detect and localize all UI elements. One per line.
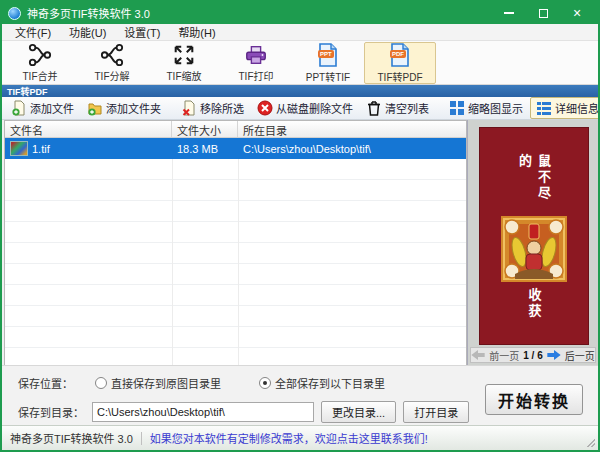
close-icon: × bbox=[573, 6, 581, 20]
menu-help[interactable]: 帮助(H) bbox=[169, 24, 224, 40]
section-title: TIF转PDF bbox=[7, 85, 48, 98]
toolbar-label: TIF打印 bbox=[239, 68, 274, 83]
button-label: 添加文件 bbox=[30, 100, 74, 116]
section-header: TIF转PDF bbox=[2, 85, 598, 97]
open-dir-button[interactable]: 打开目录 bbox=[403, 401, 469, 423]
add-file-icon bbox=[11, 100, 27, 116]
toolbar-label: TIF合并 bbox=[23, 68, 58, 83]
preview-bottom-caption: 收获 bbox=[525, 288, 544, 320]
delete-from-disk-button[interactable]: 从磁盘删除文件 bbox=[251, 97, 359, 119]
scale-icon bbox=[171, 43, 197, 67]
column-divider bbox=[238, 159, 239, 365]
radio-checked-icon bbox=[259, 377, 271, 389]
main-area: 文件名 文件大小 所在目录 1.tif 18.3 MB C:\Users\zho… bbox=[2, 120, 598, 365]
toolbar-label: TIF转PDF bbox=[378, 69, 423, 84]
preview-image: 鼠不尽的 收获 bbox=[479, 127, 589, 345]
pdf-document-icon: PDF bbox=[387, 42, 413, 68]
resize-grip[interactable] bbox=[587, 439, 595, 447]
file-toolbar: 添加文件 添加文件夹 移除所选 从磁盘删除文件 bbox=[2, 97, 598, 120]
button-label: 添加文件夹 bbox=[106, 100, 161, 116]
app-window: 神奇多页TIF转换软件 3.0 × 文件(F) 功能(U) 设置(T) 帮助(H… bbox=[0, 0, 600, 452]
menubar: 文件(F) 功能(U) 设置(T) 帮助(H) bbox=[2, 24, 598, 41]
maximize-icon bbox=[539, 9, 548, 18]
toolbar-button-tif-to-pdf[interactable]: PDF TIF转PDF bbox=[364, 42, 436, 84]
toolbar-button-tif-print[interactable]: TIF打印 bbox=[220, 42, 292, 84]
button-label: 从磁盘删除文件 bbox=[276, 100, 353, 116]
details-list-icon bbox=[536, 100, 552, 116]
preview-artwork bbox=[501, 216, 567, 282]
maximize-button[interactable] bbox=[536, 6, 550, 20]
save-option-original-dir[interactable]: 直接保存到原图目录里 bbox=[95, 375, 221, 391]
toolbar-button-tif-scale[interactable]: TIF缩放 bbox=[148, 42, 220, 84]
page-navigation: 前一页 1 / 6 后一页 bbox=[470, 347, 596, 363]
contact-link[interactable]: 如果您对本软件有定制修改需求，欢迎点击这里联系我们! bbox=[150, 430, 428, 446]
file-directory: C:\Users\zhou\Desktop\tif\ bbox=[238, 143, 466, 155]
details-view-button[interactable]: 详细信息显示 bbox=[530, 97, 600, 119]
radio-label: 全部保存到以下目录里 bbox=[275, 375, 385, 391]
toolbar-label: PPT转TIF bbox=[306, 69, 350, 84]
next-page-button[interactable]: 后一页 bbox=[565, 348, 595, 363]
remove-file-icon bbox=[181, 100, 197, 116]
prev-page-button[interactable]: 前一页 bbox=[489, 348, 519, 363]
titlebar[interactable]: 神奇多页TIF转换软件 3.0 × bbox=[2, 2, 598, 24]
toolbar-button-ppt-to-tif[interactable]: PPT PPT转TIF bbox=[292, 42, 364, 84]
thumbnail-view-button[interactable]: 缩略图显示 bbox=[443, 97, 529, 119]
menu-settings[interactable]: 设置(T) bbox=[115, 24, 169, 40]
button-label: 移除所选 bbox=[200, 100, 244, 116]
toolbar-button-tif-split[interactable]: TIF分解 bbox=[76, 42, 148, 84]
next-page-icon[interactable] bbox=[547, 350, 561, 360]
add-folder-icon bbox=[87, 100, 103, 116]
file-size: 18.3 MB bbox=[172, 143, 238, 155]
button-label: 详细信息显示 bbox=[555, 100, 600, 116]
menu-function[interactable]: 功能(U) bbox=[60, 24, 115, 40]
column-header-directory[interactable]: 所在目录 bbox=[238, 121, 466, 137]
save-dir-input[interactable] bbox=[92, 402, 314, 422]
minimize-button[interactable] bbox=[502, 6, 516, 20]
change-dir-button[interactable]: 更改目录... bbox=[321, 401, 396, 423]
table-header: 文件名 文件大小 所在目录 bbox=[5, 121, 466, 138]
merge-icon bbox=[27, 43, 53, 67]
statusbar-divider bbox=[141, 432, 142, 445]
split-icon bbox=[99, 43, 125, 67]
file-table: 文件名 文件大小 所在目录 1.tif 18.3 MB C:\Users\zho… bbox=[4, 120, 467, 365]
start-convert-button[interactable]: 开始转换 bbox=[485, 384, 583, 415]
remove-selected-button[interactable]: 移除所选 bbox=[175, 97, 250, 119]
file-name: 1.tif bbox=[32, 143, 50, 155]
radio-label: 直接保存到原图目录里 bbox=[111, 375, 221, 391]
statusbar: 神奇多页TIF转换软件 3.0 如果您对本软件有定制修改需求，欢迎点击这里联系我… bbox=[2, 425, 598, 450]
clear-list-button[interactable]: 清空列表 bbox=[360, 97, 435, 119]
toolbar-label: TIF分解 bbox=[95, 68, 130, 83]
preview-top-caption: 鼠不尽的 bbox=[515, 154, 553, 210]
minimize-icon bbox=[504, 12, 514, 14]
delete-disk-icon bbox=[257, 100, 273, 116]
column-header-filesize[interactable]: 文件大小 bbox=[172, 121, 238, 137]
save-option-custom-dir[interactable]: 全部保存到以下目录里 bbox=[259, 375, 385, 391]
main-toolbar: TIF合并 TIF分解 TIF缩放 bbox=[2, 41, 598, 85]
save-dir-label: 保存到目录： bbox=[18, 404, 84, 420]
close-button[interactable]: × bbox=[570, 6, 584, 20]
table-row[interactable]: 1.tif 18.3 MB C:\Users\zhou\Desktop\tif\ bbox=[5, 138, 466, 159]
add-file-button[interactable]: 添加文件 bbox=[5, 97, 80, 119]
file-thumbnail bbox=[10, 141, 28, 156]
toolbar-button-tif-merge[interactable]: TIF合并 bbox=[4, 42, 76, 84]
table-empty-area bbox=[5, 159, 466, 365]
button-label: 缩略图显示 bbox=[468, 100, 523, 116]
column-divider bbox=[172, 159, 173, 365]
menu-file[interactable]: 文件(F) bbox=[6, 24, 60, 40]
page-indicator: 1 / 6 bbox=[523, 350, 542, 361]
save-location-label: 保存位置： bbox=[18, 375, 73, 391]
button-label: 清空列表 bbox=[385, 100, 429, 116]
save-panel: 保存位置： 直接保存到原图目录里 全部保存到以下目录里 保存到目录： 更改目录.… bbox=[2, 365, 598, 425]
trash-icon bbox=[366, 100, 382, 116]
radio-unchecked-icon bbox=[95, 377, 107, 389]
column-header-filename[interactable]: 文件名 bbox=[5, 121, 172, 137]
thumbnail-grid-icon bbox=[449, 100, 465, 116]
app-icon bbox=[8, 7, 21, 20]
prev-page-icon[interactable] bbox=[471, 350, 485, 360]
ppt-badge: PPT bbox=[318, 50, 334, 58]
add-folder-button[interactable]: 添加文件夹 bbox=[81, 97, 167, 119]
pdf-badge: PDF bbox=[390, 50, 406, 58]
printer-icon bbox=[243, 43, 269, 67]
statusbar-app-name: 神奇多页TIF转换软件 3.0 bbox=[10, 430, 133, 446]
ppt-document-icon: PPT bbox=[315, 42, 341, 68]
